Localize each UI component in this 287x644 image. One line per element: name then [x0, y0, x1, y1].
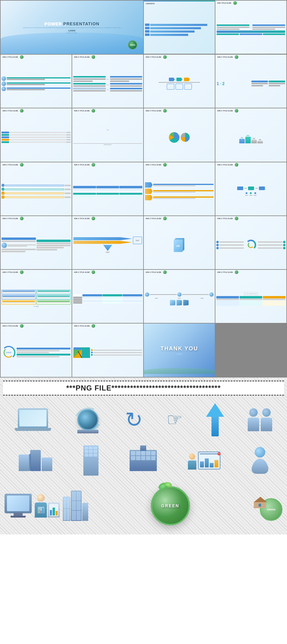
person-megaphone-icon-cell: 📊 [35, 491, 60, 521]
slide-label: ADD A TITLE SLIDE [73, 163, 91, 166]
png-icons-row-1: ↻ ☞ [3, 399, 284, 441]
mini-globe [92, 324, 95, 328]
bar-fill [150, 34, 188, 36]
mini-globe [235, 109, 238, 113]
add-title-slide-6: ADD A TITLE SLIDE [1, 108, 72, 161]
mini-globe [92, 217, 95, 220]
slide-label: ADD A TITLE SLIDE [73, 109, 91, 112]
mini-globe [92, 270, 95, 274]
add-title-slide-11: ADD A TITLE SLIDE [72, 162, 143, 215]
building-wide-icon-cell [130, 445, 157, 476]
slide-label: ADD A TITLE SLIDE [216, 217, 234, 220]
mini-globe [92, 163, 95, 167]
hero-logo: LOGO [68, 29, 76, 32]
bar-label [145, 24, 150, 26]
slide-label: ADD A TITLE SLIDE [216, 163, 234, 166]
slide-label: ADD A TITLE SLIDE [2, 56, 19, 59]
mini-globe [20, 55, 24, 59]
add-title-slide-18: ADD A TITLE SLIDE [1, 270, 72, 323]
mini-globe [163, 109, 167, 113]
add-title-slide-14: ADD A TITLE SLIDE [1, 216, 72, 269]
add-title-slide-12: ADD A TITLE SLIDE [144, 162, 215, 215]
png-section: ***PNG FILE*****************************… [0, 378, 287, 534]
mini-globe [235, 163, 238, 167]
hand-icon-cell: ☞ [166, 405, 183, 435]
globe-icon-cell [74, 405, 102, 435]
slide-label: ADD A TITLE SLIDE [145, 217, 162, 220]
add-title-slide-16: ADD A TITLE SLIDE 2 4 6 [144, 216, 215, 269]
mini-globe [20, 109, 24, 113]
thank-you-logo: LOGO [177, 353, 182, 355]
mini-globe [235, 55, 238, 59]
add-title-slide-23: ADD A TITLE SLIDE [72, 324, 143, 377]
add-title-slide-20: ADD A TITLE SLIDE TEXT TEXT TEXT [144, 270, 215, 323]
contents-bars [144, 22, 215, 37]
slide-label: ADD A TITLE SLIDE [216, 271, 234, 274]
slide-label: ADD A TITLE SLIDE [216, 56, 234, 59]
png-icons-row-3: 📊 [3, 480, 284, 531]
bar-label [145, 30, 150, 33]
bar-row-2 [145, 27, 214, 29]
slide-label: ADD A TITLE SLIDE [2, 271, 19, 274]
add-title-slide-5: ADD A TITLE SLIDE 1 + 2 [215, 55, 286, 108]
add-title-slide-15: ADD A TITLE SLIDE TEXT TEXT [72, 216, 143, 269]
add-title-slide-4: ADD A TITLE SLIDE [144, 55, 215, 108]
people-icon-cell [248, 405, 272, 435]
mini-globe [20, 270, 24, 274]
mini-globe [20, 163, 24, 167]
bar-row-4 [145, 33, 214, 36]
mini-globe [235, 270, 238, 274]
bar-row-1 [145, 24, 214, 26]
contents-label: CONTENTS [145, 2, 156, 5]
bar-row-3 [145, 30, 214, 33]
bar-fill [150, 24, 207, 26]
slide-label: ADD A TITLE SLIDE [2, 109, 19, 112]
globe-decoration: GREEN [128, 40, 137, 49]
slide-label: ADD A TITLE SLIDE [73, 217, 91, 220]
mini-globe [20, 324, 24, 328]
slide-label-add: ADD TITLE SLIDE [216, 2, 232, 5]
mini-globe [92, 55, 95, 59]
pie-chart-2 [181, 133, 190, 142]
bar-fill [150, 30, 195, 33]
thank-you-text: THANK YOU [160, 346, 198, 352]
buildings-icon-cell [19, 445, 52, 476]
laptop-icon-cell [15, 405, 51, 435]
mini-globe [20, 217, 24, 220]
slide-label: ADD A TITLE SLIDE [2, 163, 19, 166]
slide-label: ADD A TITLE SLIDE [73, 56, 91, 59]
slide-label: ADD A TITLE SLIDE [2, 324, 19, 327]
arrows-icon-cell: ↻ [125, 405, 143, 435]
bar-chart [105, 131, 111, 143]
contents-slide: CONTENTS [144, 1, 215, 54]
green-globe-icon-cell: GREEN [91, 485, 249, 527]
chart-monitor-icon-cell: + [188, 445, 221, 476]
add-title-slide-21: ADD A TITLE SLIDE CLICK TO ADD TEXT [215, 270, 286, 323]
add-title-slide-8: ADD A TITLE SLIDE [144, 108, 215, 161]
png-icons-row-2: + [3, 441, 284, 480]
bar-fill [150, 27, 201, 29]
arrow-up-icon-cell [206, 403, 224, 436]
hero-title: POWER PRESENTATION [44, 21, 99, 26]
mini-globe [163, 217, 167, 220]
mini-globe [235, 217, 238, 220]
slide-label: ADD A TITLE SLIDE [145, 109, 162, 112]
add-title-slide-13: ADD A TITLE SLIDE TEXT [215, 162, 286, 215]
add-title-slide-17: ADD A TITLE SLIDE [215, 216, 286, 269]
green-text: GREEN [151, 486, 190, 525]
add-title-slide-tr: ADD TITLE SLIDE + [215, 1, 286, 54]
add-title-slide-22: ADD A TITLE SLIDE LOGO [1, 324, 72, 377]
add-title-slide-9: ADD A TITLE SLIDE 1st 2nd 3rd 4th [215, 108, 286, 161]
building-single-icon-cell [83, 445, 98, 476]
slide-label: ADD A TITLE SLIDE [73, 324, 91, 327]
city-icon-cell [63, 491, 88, 521]
mini-globe [163, 55, 167, 59]
add-title-slide-2: ADD A TITLE SLIDE [1, 55, 72, 108]
mini-globe [163, 163, 167, 167]
slide-label: ADD A TITLE SLIDE [145, 56, 162, 59]
add-title-slide-19: ADD A TITLE SLIDE [72, 270, 143, 323]
add-title-slide-10: ADD A TITLE SLIDE 1 2 3 4 [1, 162, 72, 215]
hero-subtitle: started its business in Seoul Korea in F… [23, 27, 121, 28]
user-icon-cell [252, 445, 268, 476]
hero-slide: POWER PRESENTATION started its business … [1, 1, 143, 54]
